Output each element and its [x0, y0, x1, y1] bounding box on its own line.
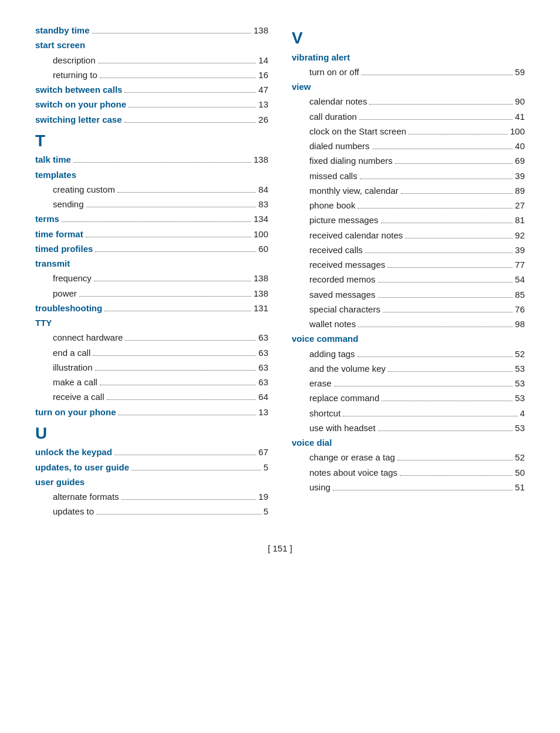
dots: [388, 371, 512, 372]
sub-entry: recorded memos54: [292, 273, 525, 286]
dots: [378, 282, 513, 283]
sub-entry: end a call63: [35, 346, 268, 359]
sub-entry-label: updates to: [53, 505, 94, 518]
sub-entry: missed calls39: [292, 169, 525, 183]
page-number: 138: [254, 23, 268, 37]
page-number: [ 151 ]: [268, 543, 292, 553]
page-number: 63: [258, 375, 268, 389]
sub-entry-label: using: [309, 480, 330, 494]
entry-label: user guides: [35, 475, 85, 489]
page-number: 53: [515, 391, 525, 405]
dots: [365, 253, 512, 253]
dots: [124, 122, 257, 123]
entry-label: view: [292, 80, 311, 93]
sub-entry: and the volume key53: [292, 362, 525, 375]
dots: [107, 399, 257, 400]
sub-entry-label: clock on the Start screen: [309, 125, 406, 138]
sub-entry: received calls39: [292, 243, 525, 257]
sub-entry-label: turn on or off: [309, 65, 359, 79]
index-entry: start screen: [35, 38, 268, 52]
page-number: 138: [254, 153, 268, 166]
dots: [360, 179, 513, 179]
sub-entry-label: saved messages: [309, 288, 376, 301]
page-number: 52: [515, 347, 525, 361]
dots: [381, 223, 513, 223]
sub-entry-label: alternate formats: [53, 490, 119, 503]
sub-entry: received calendar notes92: [292, 228, 525, 242]
page-number: 47: [258, 83, 268, 96]
sub-entry-label: received calls: [309, 243, 363, 257]
entry-label: TTY: [35, 316, 52, 329]
dots: [357, 357, 513, 357]
entry-label: templates: [35, 168, 76, 181]
sub-entry: illustration63: [35, 361, 268, 374]
dots: [100, 385, 256, 385]
page-number: 14: [258, 53, 268, 67]
sub-entry-label: received calendar notes: [309, 228, 403, 242]
page-number: 5: [264, 505, 268, 518]
sub-entry-label: dialed numbers: [309, 139, 370, 153]
sub-entry: adding tags52: [292, 347, 525, 361]
index-entry: user guides: [35, 475, 268, 489]
dots: [401, 193, 513, 194]
dots: [62, 221, 251, 222]
index-entry: turn on your phone13: [35, 405, 268, 419]
sub-entry-label: call duration: [309, 110, 357, 123]
sub-entry: sending83: [35, 197, 268, 211]
page-number: 41: [515, 110, 525, 123]
entry-label: switching letter case: [35, 113, 122, 126]
sub-entry: fixed dialing numbers69: [292, 154, 525, 167]
page-number: 59: [515, 65, 525, 79]
sub-entry: use with headset53: [292, 421, 525, 435]
sub-entry-label: fixed dialing numbers: [309, 154, 393, 167]
page-number: 5: [264, 460, 268, 474]
sub-entry-label: monthly view, calendar: [309, 184, 399, 197]
dots: [118, 415, 256, 415]
dots: [86, 237, 251, 237]
sub-entry-label: erase: [309, 376, 332, 390]
dots: [122, 499, 257, 500]
index-entry: timed profiles60: [35, 242, 268, 255]
page-number: 19: [258, 490, 268, 503]
page-number: 90: [515, 95, 525, 108]
page-number: 60: [258, 242, 268, 255]
dots: [129, 107, 256, 107]
index-entry: switch between calls47: [35, 83, 268, 96]
sub-entry: description14: [35, 53, 268, 67]
dots: [124, 92, 256, 93]
page-number: 77: [515, 258, 525, 271]
sub-entry: shortcut4: [292, 406, 525, 420]
dots: [400, 475, 512, 476]
dots: [362, 75, 513, 75]
page-number: 13: [258, 97, 268, 111]
sub-entry-label: illustration: [53, 361, 93, 374]
page-number: 51: [515, 480, 525, 494]
dots: [95, 370, 257, 371]
dots: [92, 33, 251, 33]
index-entry: vibrating alert: [292, 51, 525, 64]
dots: [100, 78, 256, 78]
page-number: 53: [515, 376, 525, 390]
dots: [372, 149, 513, 149]
page-number: 52: [515, 450, 525, 464]
page-number: 63: [258, 331, 268, 344]
page-number: 50: [515, 466, 525, 479]
sub-entry-label: and the volume key: [309, 362, 386, 375]
sub-entry: special characters76: [292, 302, 525, 316]
sub-entry: alternate formats19: [35, 490, 268, 503]
sub-entry-label: change or erase a tag: [309, 450, 395, 464]
sub-entry: returning to16: [35, 68, 268, 82]
sub-entry-label: replace command: [309, 391, 379, 405]
page-number: 81: [515, 213, 525, 227]
entry-label: time format: [35, 227, 83, 241]
sub-entry: received messages77: [292, 258, 525, 271]
dots: [383, 312, 512, 312]
section-letter-v: V: [292, 28, 525, 48]
sub-entry: creating custom84: [35, 183, 268, 196]
entry-label: unlock the keypad: [35, 445, 112, 459]
index-entry: transmit: [35, 257, 268, 270]
page-number: 85: [515, 288, 525, 301]
page-number: 39: [515, 243, 525, 257]
dots: [343, 416, 517, 416]
sub-entry: saved messages85: [292, 288, 525, 301]
